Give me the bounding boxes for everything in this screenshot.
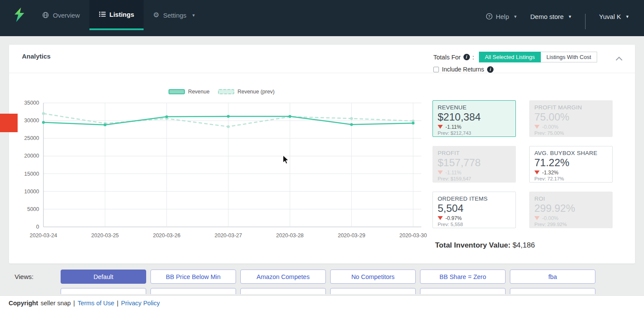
store-label: Demo store <box>531 13 564 20</box>
user-label: Yuval K <box>599 13 621 20</box>
chevron-up-icon <box>615 56 623 61</box>
analytics-body: Revenue Revenue (prev) 05000100001500020… <box>9 73 635 263</box>
collapse-panel-button[interactable] <box>615 55 623 63</box>
legend-label: Revenue <box>188 89 209 95</box>
revenue-chart: Revenue Revenue (prev) 05000100001500020… <box>10 89 433 243</box>
analytics-panel: Analytics Totals For : All Selected List… <box>9 45 635 264</box>
stat-card-avg-buybox-share[interactable]: AVG. BUYBOX SHARE 71.22% -1.32% Prev: 72… <box>529 146 613 183</box>
stat-card-ordered-items[interactable]: ORDERED ITEMS 5,504 -0.97% Prev: 5,558 <box>432 192 516 228</box>
analytics-header: Analytics Totals For : All Selected List… <box>9 45 635 73</box>
nav-item-listings[interactable]: Listings <box>89 0 144 30</box>
store-selector[interactable]: Demo store <box>531 13 571 20</box>
chevron-down-icon <box>569 14 571 19</box>
feedback-widget-tab[interactable] <box>0 114 18 132</box>
revenue-swatch-icon <box>169 89 185 94</box>
svg-text:2020-03-26: 2020-03-26 <box>153 232 181 239</box>
view-button-partial[interactable] <box>150 288 236 294</box>
nav-item-settings[interactable]: Settings <box>144 0 204 30</box>
triangle-down-icon <box>438 170 443 174</box>
triangle-down-icon <box>438 125 443 129</box>
svg-text:35000: 35000 <box>24 100 39 106</box>
stats-grid: REVENUE $210,384 -1.11% Prev: $212,743 P… <box>432 100 613 228</box>
help-label: Help <box>496 13 509 20</box>
chevron-down-icon <box>193 12 195 18</box>
legend-label: Revenue (prev) <box>237 89 274 95</box>
privacy-policy-link[interactable]: Privacy Policy <box>121 300 160 307</box>
stat-card-revenue[interactable]: REVENUE $210,384 -1.11% Prev: $212,743 <box>432 100 516 137</box>
svg-text:2020-03-28: 2020-03-28 <box>276 232 304 239</box>
toggle-all-selected-listings[interactable]: All Selected Listings <box>479 52 541 62</box>
stat-card-roi[interactable]: ROI 299.92% -0.00% Prev: 299.92% <box>529 192 613 228</box>
svg-text:2020-03-25: 2020-03-25 <box>91 232 119 239</box>
terms-of-use-link[interactable]: Terms of Use <box>77 300 114 307</box>
copyright-label: Copyright <box>9 300 38 307</box>
svg-text:20000: 20000 <box>24 153 39 159</box>
svg-text:15000: 15000 <box>24 171 39 177</box>
page-content: Analytics Totals For : All Selected List… <box>0 36 644 295</box>
view-button-partial[interactable] <box>240 288 326 294</box>
view-button-partial[interactable] <box>61 288 146 294</box>
svg-text:30000: 30000 <box>24 118 39 124</box>
nav-label-overview: Overview <box>53 12 80 19</box>
legend-item-revenue[interactable]: Revenue <box>169 89 209 95</box>
view-button-partial[interactable] <box>330 288 416 294</box>
views-row: Views: Default BB Price Below Min Amazon… <box>9 270 635 284</box>
legend-item-revenue-prev[interactable]: Revenue (prev) <box>218 89 274 95</box>
navbar-right: ? Help Demo store Yuval K <box>486 0 644 33</box>
stat-card-profit[interactable]: PROFIT $157,778 -1.11% Prev: $159,547 <box>432 146 516 183</box>
totals-controls: Totals For : All Selected Listings Listi… <box>433 52 597 73</box>
nav-label-settings: Settings <box>163 12 186 19</box>
main-nav: Overview Listings Settings <box>33 0 204 36</box>
chart-legend: Revenue Revenue (prev) <box>10 89 433 95</box>
page-title: Analytics <box>22 53 51 60</box>
seller-snap-logo-icon <box>13 7 26 23</box>
view-button-fba[interactable]: fba <box>510 270 595 284</box>
info-icon[interactable] <box>463 54 470 60</box>
triangle-down-icon <box>534 125 540 129</box>
svg-text:5000: 5000 <box>27 206 39 212</box>
brand-logo[interactable] <box>6 0 33 30</box>
help-menu[interactable]: ? Help <box>486 13 516 20</box>
total-inventory-value: Total Inventory Value: $4,186 <box>435 241 535 250</box>
list-icon <box>99 11 106 18</box>
stat-card-profit-margin[interactable]: PROFIT MARGIN 75.00% -0.00% Prev: 75.00% <box>529 100 613 137</box>
svg-text:2020-03-29: 2020-03-29 <box>338 232 365 239</box>
help-circle-icon: ? <box>486 13 493 20</box>
totals-toggle-group: All Selected Listings Listings With Cost <box>479 52 597 62</box>
footer: Copyright seller snap | Terms of Use | P… <box>0 295 644 310</box>
view-button-no-competitors[interactable]: No Competitors <box>330 270 416 284</box>
view-button-amazon-competes[interactable]: Amazon Competes <box>240 270 326 284</box>
svg-text:?: ? <box>488 14 491 19</box>
navbar-divider <box>585 14 586 29</box>
include-returns-checkbox[interactable] <box>433 67 439 72</box>
view-button-bb-price-below-min[interactable]: BB Price Below Min <box>150 270 236 284</box>
triangle-down-icon <box>438 216 443 220</box>
toggle-listings-with-cost[interactable]: Listings With Cost <box>541 52 597 62</box>
triangle-down-icon <box>534 170 540 174</box>
view-button-partial[interactable] <box>420 288 506 294</box>
totals-colon: : <box>472 54 474 61</box>
views-label: Views: <box>15 273 61 280</box>
view-button-bb-share-zero[interactable]: BB Share = Zero <box>420 270 506 284</box>
view-button-default[interactable]: Default <box>61 270 146 284</box>
svg-text:10000: 10000 <box>24 189 39 195</box>
info-icon[interactable] <box>487 66 494 73</box>
chevron-down-icon <box>626 14 629 19</box>
line-chart-canvas: 050001000015000200002500030000350002020-… <box>10 98 433 242</box>
top-navbar: Overview Listings Settings ? <box>0 0 644 36</box>
include-returns-label: Include Returns <box>442 66 484 73</box>
globe-icon <box>42 12 49 19</box>
gear-icon <box>153 12 159 19</box>
svg-text:2020-03-27: 2020-03-27 <box>215 232 242 239</box>
view-button-partial[interactable] <box>510 288 595 294</box>
nav-label-listings: Listings <box>110 11 135 18</box>
nav-item-overview[interactable]: Overview <box>33 0 89 30</box>
user-menu[interactable]: Yuval K <box>599 13 629 20</box>
svg-text:2020-03-24: 2020-03-24 <box>30 232 57 239</box>
revenue-prev-swatch-icon <box>218 89 234 94</box>
app-root: Overview Listings Settings ? <box>0 0 644 310</box>
svg-text:25000: 25000 <box>24 135 39 141</box>
views-row-2-partial <box>9 288 635 294</box>
svg-text:2020-03-30: 2020-03-30 <box>399 232 427 239</box>
triangle-down-icon <box>534 216 540 220</box>
